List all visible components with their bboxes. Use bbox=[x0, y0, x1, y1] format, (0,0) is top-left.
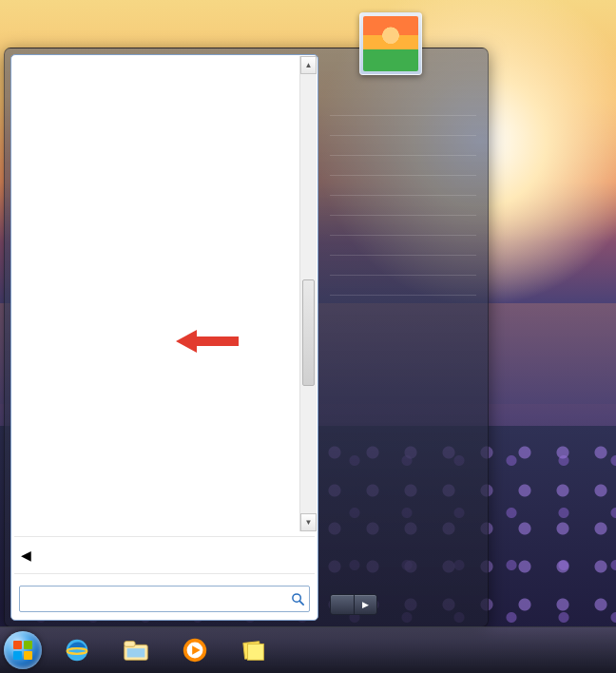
search-input[interactable] bbox=[20, 592, 286, 606]
shutdown-label bbox=[331, 600, 354, 609]
windows-media-player-icon bbox=[181, 636, 209, 664]
svg-rect-6 bbox=[125, 642, 135, 647]
user-avatar-image bbox=[363, 16, 418, 71]
taskbar bbox=[0, 626, 616, 673]
start-menu: ▲ ▼ ◀ bbox=[4, 48, 489, 627]
taskbar-pin-sticky-notes[interactable] bbox=[230, 631, 278, 669]
shutdown-options-arrow-icon[interactable]: ▶ bbox=[354, 595, 376, 614]
start-button[interactable] bbox=[4, 631, 42, 669]
search-icon[interactable] bbox=[286, 587, 309, 610]
taskbar-pin-media-player[interactable] bbox=[171, 631, 219, 669]
svg-rect-7 bbox=[127, 648, 145, 657]
user-avatar[interactable] bbox=[359, 12, 422, 75]
scroll-up-button[interactable]: ▲ bbox=[300, 56, 317, 74]
search-container bbox=[11, 578, 318, 620]
start-menu-right-pane: ▶ bbox=[320, 54, 482, 621]
right-link-pictures[interactable] bbox=[330, 136, 476, 156]
right-link-user[interactable] bbox=[330, 96, 476, 116]
shutdown-button[interactable]: ▶ bbox=[330, 594, 377, 615]
start-menu-left-pane: ▲ ▼ ◀ bbox=[10, 54, 318, 621]
svg-rect-12 bbox=[247, 644, 263, 660]
right-link-music[interactable] bbox=[330, 156, 476, 176]
right-link-games[interactable] bbox=[330, 176, 476, 196]
scrollbar[interactable]: ▲ ▼ bbox=[299, 56, 317, 531]
taskbar-pin-windows-explorer[interactable] bbox=[112, 631, 160, 669]
divider bbox=[14, 573, 315, 574]
right-link-help-support[interactable] bbox=[330, 276, 476, 296]
back-button[interactable]: ◀ bbox=[11, 541, 318, 569]
right-link-computer[interactable] bbox=[330, 196, 476, 216]
right-link-documents[interactable] bbox=[330, 116, 476, 136]
windows-logo-icon bbox=[13, 641, 32, 660]
right-link-default-programs[interactable] bbox=[330, 256, 476, 276]
scroll-thumb[interactable] bbox=[302, 279, 315, 386]
right-link-control-panel[interactable] bbox=[330, 216, 476, 236]
all-programs-list: ▲ ▼ bbox=[11, 55, 318, 532]
scroll-down-button[interactable]: ▼ bbox=[300, 513, 317, 531]
windows-explorer-icon bbox=[122, 636, 150, 664]
right-link-devices-printers[interactable] bbox=[330, 236, 476, 256]
taskbar-pin-internet-explorer[interactable] bbox=[53, 631, 101, 669]
sticky-notes-icon bbox=[240, 636, 268, 664]
internet-explorer-icon bbox=[63, 636, 91, 664]
divider bbox=[14, 536, 315, 537]
svg-line-1 bbox=[299, 601, 303, 605]
search-box[interactable] bbox=[19, 586, 310, 612]
back-arrow-icon: ◀ bbox=[21, 548, 31, 563]
